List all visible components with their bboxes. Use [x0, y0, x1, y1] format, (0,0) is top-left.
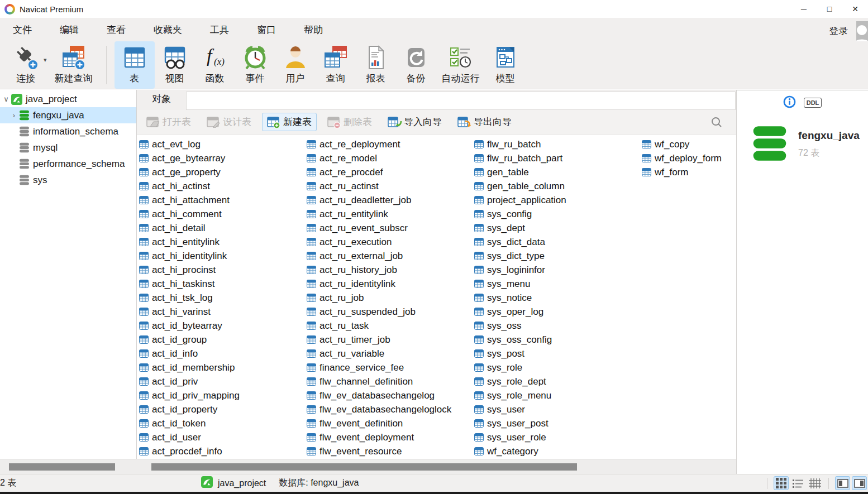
table-item[interactable]: act_ru_execution: [307, 235, 472, 249]
menu-item[interactable]: 文件: [3, 20, 41, 40]
table-item[interactable]: act_re_procdef: [307, 165, 472, 179]
table-item[interactable]: flw_ev_databasechangelog: [307, 389, 472, 402]
search-icon[interactable]: [710, 116, 723, 128]
table-item[interactable]: sys_dict_type: [474, 249, 640, 263]
open-table-button[interactable]: 打开表: [141, 113, 196, 131]
table-item[interactable]: act_re_deployment: [307, 137, 472, 151]
table-item[interactable]: wf_copy: [642, 137, 736, 151]
new-table-button[interactable]: 新建表: [262, 113, 317, 131]
table-item[interactable]: act_hi_actinst: [139, 179, 304, 193]
table-item[interactable]: sys_user_role: [474, 430, 640, 444]
table-item[interactable]: act_ru_job: [307, 291, 472, 305]
tab-objects[interactable]: 对象: [137, 93, 186, 110]
table-item[interactable]: act_procdef_info: [139, 444, 304, 458]
info-icon[interactable]: [783, 95, 796, 111]
sidebar-item-database[interactable]: information_schema: [0, 123, 136, 140]
table-item[interactable]: flw_channel_definition: [307, 375, 472, 389]
content-scrollbar-thumb[interactable]: [151, 463, 577, 471]
table-item[interactable]: act_hi_varinst: [139, 305, 304, 319]
table-item[interactable]: sys_oss_config: [474, 333, 640, 347]
table-item[interactable]: act_id_bytearray: [139, 319, 304, 333]
query-tool-button[interactable]: 查询: [316, 41, 356, 89]
table-item[interactable]: sys_config: [474, 207, 640, 221]
report-tool-button[interactable]: 报表: [356, 41, 396, 89]
table-item[interactable]: act_id_group: [139, 333, 304, 347]
table-item[interactable]: flw_event_definition: [307, 416, 472, 430]
table-item[interactable]: sys_dept: [474, 221, 640, 235]
table-item[interactable]: sys_role_dept: [474, 375, 640, 389]
table-item[interactable]: sys_oper_log: [474, 305, 640, 319]
table-item[interactable]: act_id_membership: [139, 361, 304, 375]
menu-item[interactable]: 查看: [97, 20, 135, 40]
design-table-button[interactable]: 设计表: [202, 113, 256, 131]
sidebar-item-connection[interactable]: ∨ java_project: [0, 91, 136, 107]
table-item[interactable]: sys_menu: [474, 277, 640, 291]
ddl-button[interactable]: DDL: [804, 98, 822, 108]
table-item[interactable]: act_hi_identitylink: [139, 249, 304, 263]
table-item[interactable]: act_ru_event_subscr: [307, 221, 472, 235]
sidebar-item-database[interactable]: sys: [0, 172, 136, 188]
connection-dropdown-icon[interactable]: ▾: [44, 56, 47, 64]
table-item[interactable]: act_id_info: [139, 347, 304, 361]
sidebar-item-database[interactable]: mysql: [0, 140, 136, 156]
connection-button[interactable]: 连接: [6, 41, 46, 89]
grid-view-button[interactable]: [774, 476, 789, 490]
automation-tool-button[interactable]: 自动运行: [436, 41, 485, 89]
backup-tool-button[interactable]: 备份: [396, 41, 436, 89]
minimize-button[interactable]: ─: [791, 0, 817, 18]
table-item[interactable]: gen_table_column: [474, 179, 640, 193]
table-item[interactable]: wf_category: [474, 444, 640, 458]
list-view-button[interactable]: [790, 476, 805, 490]
sidebar-scrollbar-thumb[interactable]: [9, 463, 115, 471]
table-item[interactable]: act_id_priv_mapping: [139, 389, 304, 402]
table-item[interactable]: act_ru_task: [307, 319, 472, 333]
functions-tool-button[interactable]: f (x) 函数: [195, 41, 235, 89]
table-item[interactable]: act_evt_log: [139, 137, 304, 151]
table-item[interactable]: sys_post: [474, 347, 640, 361]
er-diagram-view-button[interactable]: [807, 476, 822, 490]
table-item[interactable]: act_id_user: [139, 430, 304, 444]
toggle-left-pane-button[interactable]: [835, 476, 850, 490]
table-item[interactable]: project_application: [474, 193, 640, 207]
table-item[interactable]: act_hi_procinst: [139, 263, 304, 277]
table-item[interactable]: act_hi_comment: [139, 207, 304, 221]
model-tool-button[interactable]: 模型: [485, 41, 526, 89]
table-item[interactable]: act_ru_actinst: [307, 179, 472, 193]
table-item[interactable]: sys_role: [474, 361, 640, 375]
toggle-right-pane-button[interactable]: [852, 476, 867, 490]
table-item[interactable]: flw_ru_batch_part: [474, 151, 640, 165]
menu-item[interactable]: 窗口: [247, 20, 285, 40]
tables-tool-button[interactable]: 表: [115, 41, 155, 89]
menu-item[interactable]: 编辑: [50, 20, 88, 40]
menu-item[interactable]: 收藏夹: [144, 20, 192, 40]
table-item[interactable]: act_id_token: [139, 416, 304, 430]
table-item[interactable]: act_id_priv: [139, 375, 304, 389]
close-button[interactable]: ✕: [842, 0, 868, 18]
table-item[interactable]: flw_event_resource: [307, 444, 472, 458]
table-item[interactable]: sys_user_post: [474, 416, 640, 430]
table-item[interactable]: sys_notice: [474, 291, 640, 305]
table-item[interactable]: act_ru_deadletter_job: [307, 193, 472, 207]
table-item[interactable]: flw_ru_batch: [474, 137, 640, 151]
table-item[interactable]: act_hi_taskinst: [139, 277, 304, 291]
table-item[interactable]: act_re_model: [307, 151, 472, 165]
login-button[interactable]: 登录: [829, 25, 848, 37]
table-item[interactable]: act_hi_attachment: [139, 193, 304, 207]
delete-table-button[interactable]: 删除表: [322, 113, 377, 131]
table-item[interactable]: act_ru_history_job: [307, 263, 472, 277]
table-item[interactable]: act_id_property: [139, 402, 304, 416]
table-item[interactable]: act_hi_tsk_log: [139, 291, 304, 305]
table-item[interactable]: act_ru_external_job: [307, 249, 472, 263]
table-item[interactable]: act_ru_timer_job: [307, 333, 472, 347]
table-item[interactable]: sys_role_menu: [474, 389, 640, 402]
views-tool-button[interactable]: 视图: [155, 41, 195, 89]
table-item[interactable]: wf_deploy_form: [642, 151, 736, 165]
table-item[interactable]: act_ru_variable: [307, 347, 472, 361]
table-item[interactable]: act_hi_entitylink: [139, 235, 304, 249]
expanded-caret-icon[interactable]: ∨: [2, 95, 10, 103]
table-item[interactable]: act_ge_property: [139, 165, 304, 179]
sidebar-item-database[interactable]: performance_schema: [0, 156, 136, 172]
table-item[interactable]: flw_ev_databasechangeloglock: [307, 402, 472, 416]
events-tool-button[interactable]: 事件: [235, 41, 275, 89]
table-item[interactable]: sys_dict_data: [474, 235, 640, 249]
